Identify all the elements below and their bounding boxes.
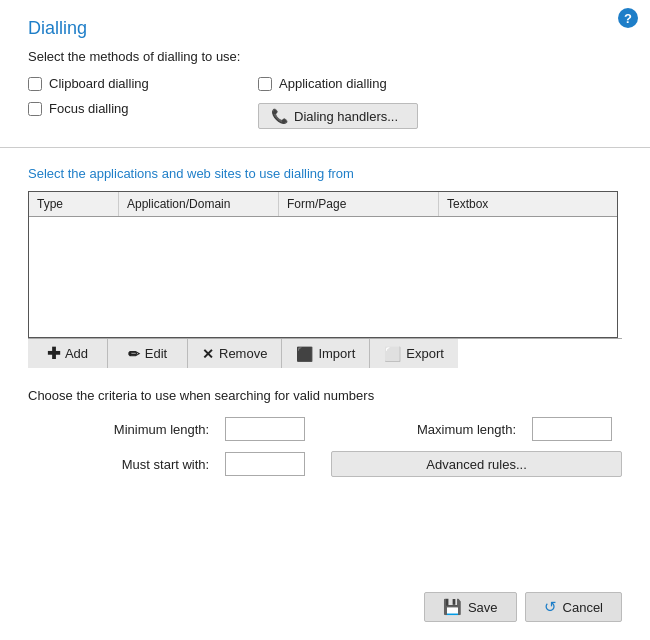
- focus-dialling-label: Focus dialling: [49, 101, 129, 116]
- export-icon: ⬜: [384, 346, 401, 362]
- max-length-input[interactable]: [532, 417, 612, 441]
- add-button[interactable]: ✚ Add: [28, 339, 108, 368]
- cancel-label: Cancel: [563, 600, 603, 615]
- section-criteria: Choose the criteria to use when searchin…: [0, 388, 650, 477]
- export-button[interactable]: ⬜ Export: [370, 339, 458, 368]
- cancel-button[interactable]: ↺ Cancel: [525, 592, 622, 622]
- divider1: [0, 147, 650, 148]
- save-icon: 💾: [443, 598, 462, 616]
- section-dialling-methods: Select the methods of dialling to use: C…: [0, 49, 650, 129]
- applications-table: Type Application/Domain Form/Page Textbo…: [28, 191, 618, 338]
- add-icon: ✚: [47, 344, 60, 363]
- help-icon[interactable]: ?: [618, 8, 638, 28]
- col-textbox: Textbox: [439, 192, 617, 216]
- must-start-input[interactable]: [225, 452, 305, 476]
- table-header: Type Application/Domain Form/Page Textbo…: [29, 192, 617, 217]
- col-domain: Application/Domain: [119, 192, 279, 216]
- application-dialling-item: Application dialling: [258, 76, 488, 91]
- clipboard-dialling-label: Clipboard dialling: [49, 76, 149, 91]
- col-formpage: Form/Page: [279, 192, 439, 216]
- phone-icon: 📞: [271, 108, 288, 124]
- edit-label: Edit: [145, 346, 167, 361]
- application-dialling-checkbox[interactable]: [258, 77, 272, 91]
- max-length-label: Maximum length:: [331, 422, 516, 437]
- checkbox-col-right: Application dialling 📞 Dialing handlers.…: [258, 76, 488, 129]
- table-toolbar: ✚ Add ✏ Edit ✕ Remove ⬛ Import ⬜ Export: [28, 338, 622, 368]
- section-applications: Select the applications and web sites to…: [0, 166, 650, 368]
- focus-dialling-checkbox[interactable]: [28, 102, 42, 116]
- edit-icon: ✏: [128, 346, 140, 362]
- save-button[interactable]: 💾 Save: [424, 592, 517, 622]
- section2-label: Select the applications and web sites to…: [28, 166, 622, 181]
- application-dialling-label: Application dialling: [279, 76, 387, 91]
- checkbox-col-left: Clipboard dialling Focus dialling: [28, 76, 258, 129]
- page-title: Dialling: [0, 0, 650, 49]
- table-body: [29, 217, 617, 337]
- remove-button[interactable]: ✕ Remove: [188, 339, 282, 368]
- col-type: Type: [29, 192, 119, 216]
- clipboard-dialling-checkbox[interactable]: [28, 77, 42, 91]
- import-icon: ⬛: [296, 346, 313, 362]
- remove-icon: ✕: [202, 346, 214, 362]
- dialing-handlers-label: Dialing handlers...: [294, 109, 398, 124]
- advanced-rules-button[interactable]: Advanced rules...: [331, 451, 622, 477]
- dialing-handlers-button[interactable]: 📞 Dialing handlers...: [258, 103, 418, 129]
- save-label: Save: [468, 600, 498, 615]
- section3-label: Choose the criteria to use when searchin…: [28, 388, 622, 403]
- focus-dialling-item: Focus dialling: [28, 101, 258, 116]
- must-start-label: Must start with:: [28, 457, 209, 472]
- criteria-grid: Minimum length: Maximum length: Must sta…: [28, 417, 622, 477]
- min-length-input[interactable]: [225, 417, 305, 441]
- cancel-icon: ↺: [544, 598, 557, 616]
- bottom-toolbar: 💾 Save ↺ Cancel: [424, 592, 622, 622]
- import-button[interactable]: ⬛ Import: [282, 339, 370, 368]
- import-label: Import: [318, 346, 355, 361]
- export-label: Export: [406, 346, 444, 361]
- checkboxes-container: Clipboard dialling Focus dialling Applic…: [28, 76, 622, 129]
- remove-label: Remove: [219, 346, 267, 361]
- section1-label: Select the methods of dialling to use:: [28, 49, 622, 64]
- clipboard-dialling-item: Clipboard dialling: [28, 76, 258, 91]
- add-label: Add: [65, 346, 88, 361]
- edit-button[interactable]: ✏ Edit: [108, 339, 188, 368]
- min-length-label: Minimum length:: [28, 422, 209, 437]
